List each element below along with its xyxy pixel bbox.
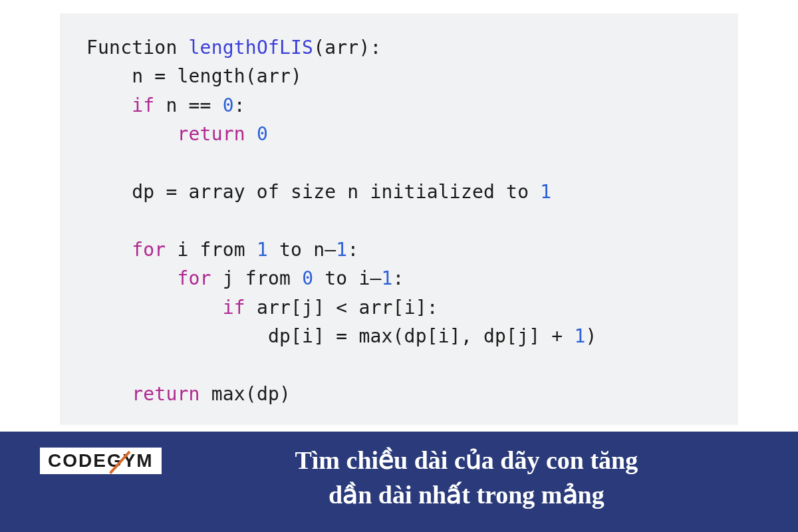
code-text: : (347, 239, 358, 261)
keyword-if: if (223, 297, 245, 319)
code-text: dp[i] = max(dp[i], dp[j] + (86, 325, 574, 347)
keyword-for: for (177, 267, 211, 289)
literal: 0 (223, 94, 234, 116)
code-text (86, 267, 177, 289)
literal: 0 (257, 123, 268, 145)
code-text: ) (586, 325, 597, 347)
code-text: n == (154, 94, 222, 116)
code-text: (arr): (313, 37, 381, 59)
code-text (86, 123, 177, 145)
code-text: dp = array of size n initialized to (86, 181, 540, 203)
code-text (86, 383, 132, 405)
caption-line-2: dần dài nhất trong mảng (329, 481, 604, 509)
code-text: j from (211, 267, 302, 289)
keyword-return: return (132, 383, 200, 405)
caption-text: Tìm chiều dài của dãy con tăng dần dài n… (201, 444, 758, 512)
code-text: max(dp) (200, 383, 291, 405)
code-text (86, 297, 223, 319)
code-text: i from (166, 239, 256, 261)
code-text (86, 94, 132, 116)
function-name: lengthOfLIS (189, 37, 314, 59)
code-text: arr[j] < arr[i]: (245, 297, 438, 319)
code-text (245, 123, 257, 145)
code-text: Function (86, 37, 189, 59)
code-text: : (393, 267, 404, 289)
code-area: Function lengthOfLIS(arr): n = length(ar… (0, 0, 798, 432)
keyword-if: if (132, 94, 154, 116)
code-text: n = length(arr) (86, 65, 302, 87)
footer-bar: CODEGYM Tìm chiều dài của dãy con tăng d… (0, 432, 798, 532)
literal: 1 (382, 267, 393, 289)
code-text: to i– (313, 267, 381, 289)
keyword-return: return (177, 123, 245, 145)
code-text: : (234, 94, 245, 116)
literal: 1 (336, 239, 347, 261)
literal: 1 (540, 181, 551, 203)
codegym-logo: CODEGYM (40, 448, 162, 474)
literal: 0 (302, 267, 313, 289)
caption-line-1: Tìm chiều dài của dãy con tăng (295, 446, 638, 474)
code-text: to n– (268, 239, 336, 261)
code-text (86, 239, 132, 261)
literal: 1 (257, 239, 268, 261)
code-block: Function lengthOfLIS(arr): n = length(ar… (60, 13, 738, 425)
literal: 1 (574, 325, 585, 347)
keyword-for: for (132, 239, 166, 261)
